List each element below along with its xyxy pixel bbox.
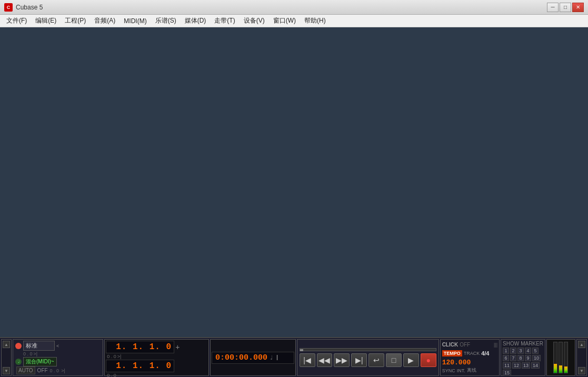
track2-sub-arrow: >| [61, 368, 65, 373]
track1-icon [15, 343, 22, 349]
fast-forward-button[interactable]: ▶▶ [334, 353, 350, 367]
transport-btns-row: |◀ ◀◀ ▶▶ ▶| ↩ □ ▶ ● [300, 353, 436, 367]
rewind-button[interactable]: ◀◀ [317, 353, 333, 367]
transport-buttons-panel: |◀ ◀◀ ▶▶ ▶| ↩ □ ▶ ● [297, 339, 439, 376]
pos-display-row2: 1. 1. 1. 0 [106, 360, 207, 372]
menu-item-3[interactable]: 音频(A) [90, 16, 119, 26]
stop-button[interactable]: □ [386, 353, 402, 367]
scroll-right-down-arrow[interactable]: ▼ [578, 367, 585, 374]
maximize-button[interactable]: □ [560, 3, 571, 12]
menu-item-10[interactable]: 帮助(H) [300, 16, 330, 26]
click-row: CLICK OFF ||| [442, 341, 497, 349]
pos-small-2: 0 . 0 [106, 373, 207, 377]
track1-label[interactable]: 标准 [23, 341, 55, 351]
marker-num-9[interactable]: 9 [525, 355, 531, 361]
cycle-button[interactable]: ↩ [368, 353, 384, 367]
pos-display-row1: 1. 1. 1. 0 + [106, 341, 207, 353]
record-button[interactable]: ● [421, 353, 436, 367]
menu-item-7[interactable]: 走带(T) [210, 16, 239, 26]
marker-num-11[interactable]: 11 [503, 362, 511, 369]
marker-num-6[interactable]: 6 [503, 355, 509, 361]
position-slider[interactable] [300, 348, 436, 351]
track2-icon: ♩ [15, 359, 22, 365]
pos-small-1: 0 . 0 >| [106, 354, 207, 359]
sync-row: SYNC INT. 离线 [442, 367, 497, 374]
menu-item-5[interactable]: 乐谱(S) [151, 16, 181, 26]
marker-num-12[interactable]: 12 [512, 362, 521, 369]
tempo-value-row: 120.000 [442, 358, 497, 366]
tempo-value[interactable]: 120.000 [442, 359, 471, 366]
click-state[interactable]: OFF [460, 342, 470, 348]
marker-num-1[interactable]: 1 [503, 348, 509, 354]
scroll-down-arrow[interactable]: ▼ [3, 367, 10, 374]
track-info-panel: 标准 < 0 . 0 >| ♩ 混合(MIDI)~ AUTO OFF 0 . 0… [13, 339, 103, 376]
sync-label: SYNC [442, 368, 455, 373]
pos-sub3: 0 . 0 [107, 373, 116, 377]
position-panel-1: 1. 1. 1. 0 + 0 . 0 >| 1. 1. 1. 0 0 . 0 [104, 339, 209, 376]
click-tempo-panel: CLICK OFF ||| TEMPO TRACK 4/4 120.000 SY… [440, 339, 500, 376]
title-bar: C Cubase 5 ─ □ ✕ [0, 0, 588, 15]
pos-digits-2[interactable]: 1. 1. 1. 0 [106, 360, 174, 372]
auto-label: AUTO [16, 366, 35, 374]
track2-sub: 0 . 0 [50, 368, 59, 373]
marker-num-15[interactable]: 15 [503, 370, 511, 376]
show-row: SHOW MARKER [503, 341, 543, 347]
vu-fill-left [554, 364, 557, 373]
time-panel: 0:00:00.000 ♩ | [210, 339, 296, 376]
track-row-2: ♩ 混合(MIDI)~ [15, 357, 101, 366]
marker-num-13[interactable]: 13 [522, 362, 530, 369]
menu-item-6[interactable]: 媒体(D) [181, 16, 211, 26]
pos-plus-btn[interactable]: + [175, 343, 180, 351]
click-meter-icon: ||| [494, 342, 497, 348]
minimize-button[interactable]: ─ [547, 3, 559, 12]
marker-num-4[interactable]: 4 [525, 348, 531, 354]
marker-num-5[interactable]: 5 [532, 348, 539, 354]
vu-meter-3 [564, 342, 568, 373]
marker-num-3[interactable]: 3 [517, 348, 524, 354]
transport-bar: ▲ ▼ 标准 < 0 . 0 >| ♩ 混合(MIDI)~ AUTO OFF 0… [0, 337, 588, 377]
marker-label: MARKER [521, 341, 543, 347]
time-metronome-icon: | [275, 354, 279, 361]
goto-start-button[interactable]: |◀ [300, 353, 315, 367]
menu-item-0[interactable]: 文件(F) [2, 16, 31, 26]
vu-fill-3 [564, 366, 567, 373]
time-display[interactable]: 0:00:00.000 ♩ | [212, 352, 294, 364]
play-button[interactable]: ▶ [403, 353, 419, 367]
window-controls: ─ □ ✕ [547, 3, 584, 12]
scroll-right-panel: ▲ ▼ [576, 339, 587, 376]
main-work-area [0, 27, 588, 337]
marker-numbers: 123456789101112131415 [503, 348, 543, 376]
menu-item-4[interactable]: MIDI(M) [119, 16, 151, 26]
close-button[interactable]: ✕ [572, 3, 584, 12]
menu-item-1[interactable]: 编辑(E) [31, 16, 61, 26]
tempo-label: TEMPO [442, 350, 462, 356]
vu-meter-left [553, 342, 557, 373]
vu-meter-right [559, 342, 563, 373]
marker-num-7[interactable]: 7 [510, 355, 516, 361]
vu-meters-panel [546, 339, 575, 376]
marker-num-2[interactable]: 2 [510, 348, 516, 354]
menu-item-8[interactable]: 设备(V) [240, 16, 269, 26]
track2-label[interactable]: 混合(MIDI)~ [23, 357, 57, 366]
time-value: 0:00:00.000 [215, 353, 267, 362]
click-label: CLICK [442, 342, 459, 348]
marker-num-14[interactable]: 14 [531, 362, 540, 369]
marker-num-8[interactable]: 8 [517, 355, 524, 361]
pos-digits-main[interactable]: 1. 1. 1. 0 [106, 341, 174, 353]
scroll-right-up-arrow[interactable]: ▲ [578, 341, 585, 348]
time-note-icon: ♩ [270, 354, 273, 362]
menu-bar: 文件(F)编辑(E)工程(P)音频(A)MIDI(M)乐谱(S)媒体(D)走带(… [0, 15, 588, 27]
off-label: OFF [37, 368, 48, 373]
track1-sub: < [56, 343, 59, 349]
position-indicator [300, 349, 303, 351]
pos-sub1: 0 . 0 [107, 354, 116, 359]
show-label: SHOW [503, 341, 519, 347]
menu-item-9[interactable]: 窗口(W) [269, 16, 300, 26]
menu-item-2[interactable]: 工程(P) [61, 16, 90, 26]
goto-end-button[interactable]: ▶| [351, 353, 367, 367]
scroll-up-arrow[interactable]: ▲ [3, 341, 10, 348]
marker-num-10[interactable]: 10 [532, 355, 541, 361]
track-row-1: 标准 < [15, 341, 101, 351]
time-sig[interactable]: 4/4 [481, 350, 489, 356]
int-label: INT. [457, 368, 465, 373]
